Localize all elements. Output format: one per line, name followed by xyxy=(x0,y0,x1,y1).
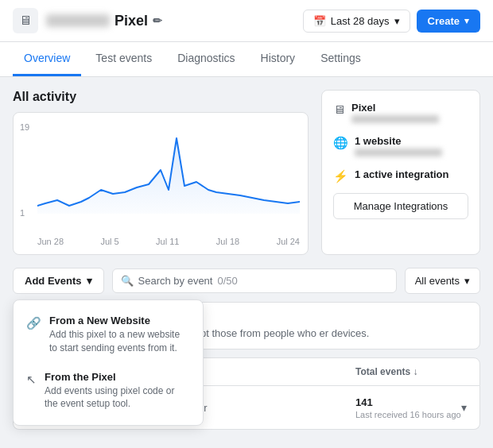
add-events-button[interactable]: Add Events ▾ xyxy=(13,268,104,294)
activity-chart: 19 1 xyxy=(13,112,309,255)
integration-count-label: 1 active integration xyxy=(355,168,468,180)
col-total-header: Total events ↓ xyxy=(355,366,467,377)
activity-icon: ⚡ xyxy=(333,169,348,183)
y-min: 1 xyxy=(20,208,29,218)
website-url-blurred xyxy=(355,149,442,156)
total-value: 141 Last received 16 hours ago ▾ xyxy=(355,396,467,419)
x-label-3: Jul 18 xyxy=(216,237,239,246)
add-events-label: Add Events xyxy=(25,275,82,287)
pixel-label: Pixel xyxy=(115,13,148,29)
main-content: All activity 19 1 xyxy=(0,77,493,268)
search-placeholder: Search by event xyxy=(138,275,213,287)
create-button[interactable]: Create ▾ xyxy=(417,10,480,33)
left-panel: All activity 19 1 xyxy=(13,90,309,255)
all-activity-title: All activity xyxy=(13,90,309,104)
pixel-id-blurred xyxy=(351,115,439,123)
new-website-content: From a New Website Add this pixel to a n… xyxy=(49,315,190,355)
add-events-menu: 🔗 From a New Website Add this pixel to a… xyxy=(13,299,204,426)
all-events-label: All events xyxy=(415,275,460,287)
tab-diagnostics[interactable]: Diagnostics xyxy=(166,42,246,76)
link-icon: 🔗 xyxy=(26,316,41,330)
create-chevron-icon: ▾ xyxy=(464,16,469,26)
edit-icon[interactable]: ✏ xyxy=(153,14,162,27)
chart-x-labels: Jun 28 Jul 5 Jul 11 Jul 18 Jul 24 xyxy=(37,237,300,246)
tab-settings[interactable]: Settings xyxy=(309,42,372,76)
y-max: 19 xyxy=(20,122,29,132)
date-range-label: Last 28 days xyxy=(331,15,390,27)
bottom-section: Add Events ▾ 🔗 From a New Website Add th… xyxy=(0,268,493,442)
device-icon: 🖥 xyxy=(13,8,38,33)
x-label-1: Jul 5 xyxy=(100,237,118,246)
pixel-name-blurred xyxy=(46,14,110,27)
right-panel: 🖥 Pixel 🌐 1 website ⚡ 1 active integrati… xyxy=(321,90,480,255)
last-received: Last received 16 hours ago xyxy=(355,410,461,419)
date-range-button[interactable]: 📅 Last 28 days ▾ xyxy=(303,10,410,33)
integration-info: 1 active integration xyxy=(355,168,468,180)
add-events-chevron-icon: ▾ xyxy=(87,275,92,287)
toolbar-row: Add Events ▾ 🔗 From a New Website Add th… xyxy=(13,268,480,294)
pixel-title: Pixel ✏ xyxy=(46,13,162,29)
website-count-label: 1 website xyxy=(355,135,468,147)
integration-item: ⚡ 1 active integration xyxy=(333,168,468,183)
search-count: 0/50 xyxy=(217,275,237,287)
add-events-dropdown: Add Events ▾ 🔗 From a New Website Add th… xyxy=(13,268,104,294)
create-label: Create xyxy=(428,15,460,27)
cursor-icon: ↖ xyxy=(26,373,37,387)
from-pixel-title: From the Pixel xyxy=(45,371,190,383)
pixel-info: Pixel xyxy=(351,102,468,126)
x-label-2: Jul 11 xyxy=(156,237,179,246)
search-box: 🔍 Search by event 0/50 xyxy=(112,268,397,293)
top-bar-right: 📅 Last 28 days ▾ Create ▾ xyxy=(303,10,480,33)
dropdown-item-from-pixel[interactable]: ↖ From the Pixel Add events using pixel … xyxy=(14,363,203,419)
chevron-down-icon: ▾ xyxy=(394,15,400,27)
new-website-desc: Add this pixel to a new website to start… xyxy=(49,328,190,355)
manage-integrations-button[interactable]: Manage Integrations xyxy=(333,193,468,219)
x-label-4: Jul 24 xyxy=(277,237,300,246)
dropdown-item-new-website[interactable]: 🔗 From a New Website Add this pixel to a… xyxy=(14,307,203,363)
pixel-info-item: 🖥 Pixel xyxy=(333,102,468,126)
total-count-block: 141 Last received 16 hours ago xyxy=(355,396,461,419)
tab-overview[interactable]: Overview xyxy=(13,42,81,76)
pixel-info-label: Pixel xyxy=(351,102,468,114)
search-icon: 🔍 xyxy=(121,275,134,287)
chart-y-labels: 19 1 xyxy=(20,122,29,218)
globe-icon: 🌐 xyxy=(333,136,348,150)
monitor-icon: 🖥 xyxy=(333,102,345,116)
top-bar-left: 🖥 Pixel ✏ xyxy=(13,8,162,33)
all-events-button[interactable]: All events ▾ xyxy=(405,268,480,294)
from-pixel-desc: Add events using pixel code or the event… xyxy=(45,384,190,411)
tab-test-events[interactable]: Test events xyxy=(84,42,163,76)
expand-row-icon[interactable]: ▾ xyxy=(461,401,467,414)
nav-tabs: Overview Test events Diagnostics History… xyxy=(0,42,493,77)
calendar-icon: 📅 xyxy=(313,15,326,27)
total-count: 141 xyxy=(355,396,461,408)
from-pixel-content: From the Pixel Add events using pixel co… xyxy=(45,371,190,411)
top-bar: 🖥 Pixel ✏ 📅 Last 28 days ▾ Create ▾ xyxy=(0,0,493,42)
tab-history[interactable]: History xyxy=(250,42,307,76)
all-events-chevron-icon: ▾ xyxy=(464,275,470,287)
chart-svg-area xyxy=(37,122,300,218)
x-label-0: Jun 28 xyxy=(37,237,64,246)
website-item: 🌐 1 website xyxy=(333,135,468,159)
new-website-title: From a New Website xyxy=(49,315,190,326)
website-info: 1 website xyxy=(355,135,468,159)
